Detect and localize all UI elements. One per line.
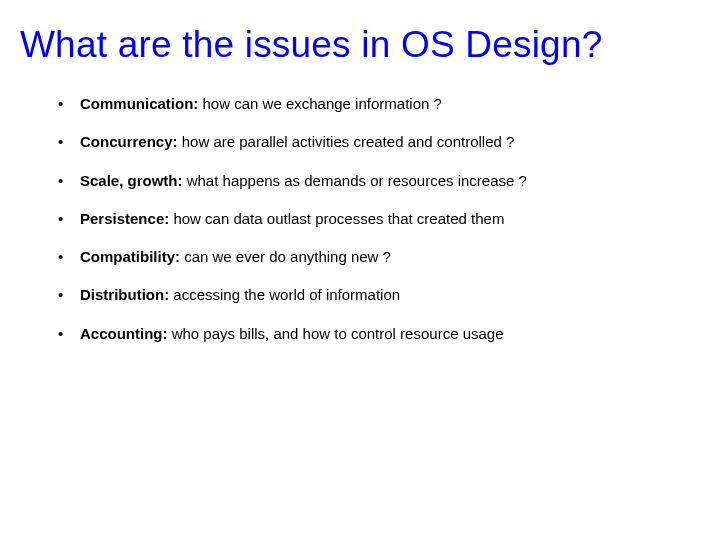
list-item: Persistence: how can data outlast proces… (58, 209, 700, 229)
definition: how can data outlast processes that crea… (169, 210, 504, 227)
term: Compatibility: (80, 248, 180, 265)
definition: how are parallel activities created and … (178, 133, 515, 150)
term: Persistence: (80, 210, 169, 227)
term: Accounting: (80, 325, 168, 342)
slide-title: What are the issues in OS Design? (20, 24, 700, 66)
list-item: Compatibility: can we ever do anything n… (58, 247, 700, 267)
list-item: Accounting: who pays bills, and how to c… (58, 324, 700, 344)
list-item: Communication: how can we exchange infor… (58, 94, 700, 114)
definition: how can we exchange information ? (198, 95, 441, 112)
definition: can we ever do anything new ? (180, 248, 391, 265)
bullet-list: Communication: how can we exchange infor… (20, 94, 700, 344)
definition: accessing the world of information (169, 286, 400, 303)
term: Communication: (80, 95, 198, 112)
term: Scale, growth: (80, 172, 183, 189)
list-item: Distribution: accessing the world of inf… (58, 285, 700, 305)
list-item: Scale, growth: what happens as demands o… (58, 171, 700, 191)
definition: what happens as demands or resources inc… (183, 172, 527, 189)
term: Distribution: (80, 286, 169, 303)
definition: who pays bills, and how to control resou… (168, 325, 504, 342)
list-item: Concurrency: how are parallel activities… (58, 132, 700, 152)
slide: What are the issues in OS Design? Commun… (0, 0, 720, 540)
term: Concurrency: (80, 133, 178, 150)
